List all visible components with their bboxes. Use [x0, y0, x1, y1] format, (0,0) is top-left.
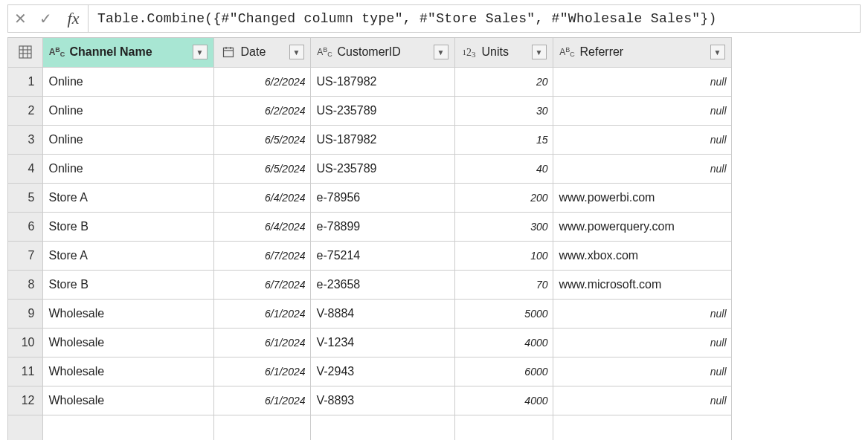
cell-referrer[interactable]: null [553, 386, 731, 415]
table-row[interactable]: 9Wholesale6/1/2024V-88845000null [8, 299, 731, 328]
chevron-down-icon[interactable]: ▼ [710, 45, 725, 59]
table-row[interactable]: 12Wholesale6/1/2024V-88934000null [8, 386, 731, 415]
cell-channel[interactable]: Store A [42, 183, 213, 212]
cell-customerid[interactable]: e-78956 [310, 183, 454, 212]
cell-customerid[interactable]: V-1234 [310, 328, 454, 357]
cell-referrer[interactable]: null [553, 299, 731, 328]
cell-units[interactable]: 300 [454, 212, 553, 241]
table-row[interactable]: 8Store B6/7/2024e-2365870www.microsoft.c… [8, 270, 731, 299]
cell-units[interactable]: 4000 [454, 386, 553, 415]
column-header-channel[interactable]: ABC Channel Name ▼ [42, 38, 213, 67]
row-number[interactable]: 8 [8, 270, 42, 299]
corner-cell[interactable] [8, 38, 42, 67]
cell-units[interactable]: 20 [454, 67, 553, 96]
cell-date[interactable]: 6/5/2024 [213, 154, 310, 183]
cell-customerid[interactable]: V-2943 [310, 357, 454, 386]
cell-date[interactable]: 6/7/2024 [213, 241, 310, 270]
cell-referrer[interactable]: www.powerbi.com [553, 183, 731, 212]
cell-units[interactable]: 4000 [454, 328, 553, 357]
column-header-referrer[interactable]: ABC Referrer ▼ [553, 38, 731, 67]
cell-channel[interactable]: Store B [42, 212, 213, 241]
cell-date[interactable]: 6/2/2024 [213, 96, 310, 125]
cell-customerid[interactable]: V-8884 [310, 299, 454, 328]
row-number[interactable]: 6 [8, 212, 42, 241]
cell-units[interactable]: 15 [454, 125, 553, 154]
cell-customerid[interactable]: e-23658 [310, 270, 454, 299]
cell-channel[interactable]: Online [42, 67, 213, 96]
formula-cancel-button[interactable]: ✕ [8, 5, 33, 32]
cell-date[interactable]: 6/1/2024 [213, 328, 310, 357]
row-number[interactable]: 1 [8, 67, 42, 96]
table-row[interactable]: 3Online6/5/2024US-18798215null [8, 125, 731, 154]
row-number[interactable]: 5 [8, 183, 42, 212]
formula-bar: ✕ ✓ fx [7, 4, 861, 33]
cell-referrer[interactable]: null [553, 125, 731, 154]
column-header-units[interactable]: 123 Units ▼ [454, 38, 553, 67]
formula-input[interactable] [89, 5, 860, 32]
column-header-customerid[interactable]: ABC CustomerID ▼ [310, 38, 454, 67]
cell-units[interactable]: 30 [454, 96, 553, 125]
row-number[interactable]: 4 [8, 154, 42, 183]
cell-channel[interactable]: Wholesale [42, 386, 213, 415]
number-type-icon: 123 [461, 46, 478, 58]
cell-customerid[interactable]: e-75214 [310, 241, 454, 270]
column-header-date[interactable]: Date ▼ [213, 38, 310, 67]
formula-accept-button[interactable]: ✓ [33, 5, 59, 32]
cell-date[interactable]: 6/7/2024 [213, 270, 310, 299]
row-number[interactable]: 2 [8, 96, 42, 125]
table-row[interactable]: 5Store A6/4/2024e-78956200www.powerbi.co… [8, 183, 731, 212]
table-row[interactable]: 2Online6/2/2024US-23578930null [8, 96, 731, 125]
table-row[interactable]: 4Online6/5/2024US-23578940null [8, 154, 731, 183]
row-number[interactable]: 10 [8, 328, 42, 357]
cell-date[interactable]: 6/1/2024 [213, 386, 310, 415]
cell-units[interactable]: 200 [454, 183, 553, 212]
cell-channel[interactable]: Wholesale [42, 357, 213, 386]
cell-customerid[interactable]: V-8893 [310, 386, 454, 415]
cell-date[interactable]: 6/4/2024 [213, 183, 310, 212]
cell-customerid[interactable]: US-187982 [310, 125, 454, 154]
cell-channel[interactable]: Wholesale [42, 328, 213, 357]
cell-customerid[interactable]: US-235789 [310, 154, 454, 183]
chevron-down-icon[interactable]: ▼ [193, 45, 208, 59]
table-row[interactable]: 10Wholesale6/1/2024V-12344000null [8, 328, 731, 357]
table-row[interactable]: 1Online6/2/2024US-18798220null [8, 67, 731, 96]
cell-channel[interactable]: Online [42, 96, 213, 125]
cell-referrer[interactable]: www.xbox.com [553, 241, 731, 270]
cell-units[interactable]: 6000 [454, 357, 553, 386]
row-number[interactable]: 12 [8, 386, 42, 415]
cell-customerid[interactable]: e-78899 [310, 212, 454, 241]
chevron-down-icon[interactable]: ▼ [434, 45, 449, 59]
cell-date[interactable]: 6/2/2024 [213, 67, 310, 96]
table-row[interactable]: 7Store A6/7/2024e-75214100www.xbox.com [8, 241, 731, 270]
row-number[interactable]: 7 [8, 241, 42, 270]
cell-units[interactable]: 70 [454, 270, 553, 299]
chevron-down-icon[interactable]: ▼ [532, 45, 547, 59]
row-number[interactable]: 11 [8, 357, 42, 386]
cell-channel[interactable]: Store A [42, 241, 213, 270]
cell-referrer[interactable]: null [553, 96, 731, 125]
cell-date[interactable]: 6/5/2024 [213, 125, 310, 154]
cell-referrer[interactable]: null [553, 357, 731, 386]
cell-referrer[interactable]: null [553, 154, 731, 183]
cell-customerid[interactable]: US-187982 [310, 67, 454, 96]
cell-date[interactable]: 6/1/2024 [213, 299, 310, 328]
cell-referrer[interactable]: null [553, 67, 731, 96]
cell-date[interactable]: 6/1/2024 [213, 357, 310, 386]
cell-units[interactable]: 40 [454, 154, 553, 183]
chevron-down-icon[interactable]: ▼ [289, 45, 304, 59]
cell-referrer[interactable]: www.powerquery.com [553, 212, 731, 241]
cell-referrer[interactable]: null [553, 328, 731, 357]
row-number[interactable]: 9 [8, 299, 42, 328]
cell-date[interactable]: 6/4/2024 [213, 212, 310, 241]
cell-channel[interactable]: Wholesale [42, 299, 213, 328]
cell-channel[interactable]: Online [42, 154, 213, 183]
cell-units[interactable]: 100 [454, 241, 553, 270]
cell-customerid[interactable]: US-235789 [310, 96, 454, 125]
cell-channel[interactable]: Online [42, 125, 213, 154]
cell-units[interactable]: 5000 [454, 299, 553, 328]
cell-channel[interactable]: Store B [42, 270, 213, 299]
cell-referrer[interactable]: www.microsoft.com [553, 270, 731, 299]
table-row[interactable]: 11Wholesale6/1/2024V-29436000null [8, 357, 731, 386]
table-row[interactable]: 6Store B6/4/2024e-78899300www.powerquery… [8, 212, 731, 241]
row-number[interactable]: 3 [8, 125, 42, 154]
